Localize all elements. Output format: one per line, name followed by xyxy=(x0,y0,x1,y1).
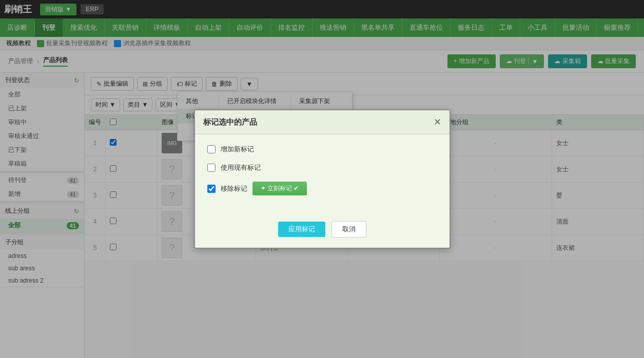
modal-title: 标记选中的产品 xyxy=(203,117,257,127)
use-existing-checkbox[interactable] xyxy=(207,164,216,172)
option-remove-tag: 移除标记 ✦ 立刻标记 ✔ xyxy=(207,182,437,195)
modal-overlay: 标记选中的产品 ✕ 增加新标记 使用现有标记 移除标记 ✦ 立刻标记 ✔ 应用标… xyxy=(0,0,644,358)
modal-body: 增加新标记 使用现有标记 移除标记 ✦ 立刻标记 ✔ xyxy=(195,134,450,215)
remove-tag-label: 移除标记 xyxy=(221,184,247,193)
modal-footer: 应用标记 取消 xyxy=(195,215,450,248)
apply-tag-btn[interactable]: 应用标记 xyxy=(278,222,325,237)
confirm-tag-btn[interactable]: ✦ 立刻标记 ✔ xyxy=(252,182,307,195)
modal-header: 标记选中的产品 ✕ xyxy=(195,110,450,134)
tag-modal: 标记选中的产品 ✕ 增加新标记 使用现有标记 移除标记 ✦ 立刻标记 ✔ 应用标… xyxy=(194,109,451,249)
option-use-existing: 使用现有标记 xyxy=(207,163,437,172)
remove-tag-checkbox[interactable] xyxy=(207,185,216,193)
use-existing-label: 使用现有标记 xyxy=(221,163,261,172)
add-tag-checkbox[interactable] xyxy=(207,145,216,153)
modal-close-btn[interactable]: ✕ xyxy=(434,116,441,128)
option-add-tag: 增加新标记 xyxy=(207,145,437,154)
cancel-tag-btn[interactable]: 取消 xyxy=(331,221,366,237)
add-tag-label: 增加新标记 xyxy=(221,145,254,154)
